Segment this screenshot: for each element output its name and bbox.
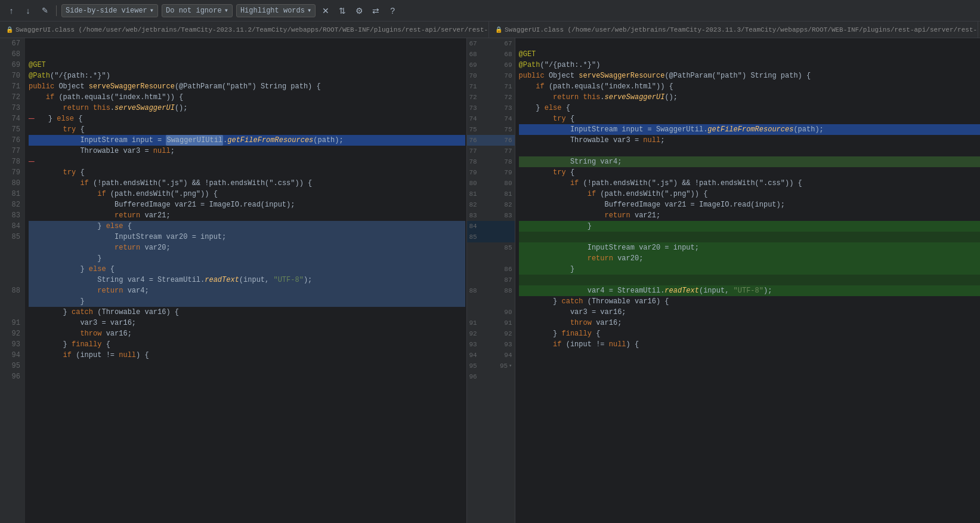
code-line-block-r: InputStream var20 = input; — [519, 242, 981, 253]
highlight-dropdown[interactable]: Highlight words ▾ — [236, 4, 316, 17]
ln: 81 — [0, 189, 20, 199]
ln-pair: 6969 — [467, 60, 515, 70]
code-line: if (!path.endsWith(".js") && !path.endsW… — [519, 178, 981, 189]
ln: 73 — [0, 103, 20, 113]
sync-button[interactable]: ⇅ — [336, 4, 349, 17]
right-file-tab[interactable]: 🔒 SwaggerUI.class (/home/user/web/jetbra… — [489, 21, 978, 38]
ln-pair: 7272 — [467, 92, 515, 103]
code-line-block: } else { — [29, 221, 465, 232]
left-code-area[interactable]: @GET @Path("/{path:.*}") public Object s… — [25, 38, 465, 523]
ln — [0, 307, 20, 318]
ln-pair: 86 — [467, 264, 515, 275]
code-line: return var21; — [519, 210, 981, 221]
code-line-block-r: } — [519, 221, 981, 232]
ln: 75 — [0, 124, 20, 135]
left-pane: 67 68 69 70 71 72 73 74 75 76 77 78 79 8… — [0, 38, 466, 523]
ln: 88 — [0, 285, 20, 296]
code-line: if (path.endsWith(".png")) { — [29, 189, 465, 199]
code-line: — } else { — [29, 113, 465, 124]
ln: 71 — [0, 81, 20, 92]
ln-pair-changed2: 85 — [467, 232, 515, 242]
viewer-dropdown[interactable]: Side-by-side viewer ▾ — [61, 4, 158, 17]
ignore-dropdown[interactable]: Do not ignore ▾ — [162, 4, 233, 17]
ln-pair-changed2: 84 — [467, 221, 515, 232]
code-line: if (path.endsWith(".png")) { — [519, 189, 981, 199]
code-line: if (input != null) { — [29, 350, 465, 361]
ln-pair: 7575 — [467, 124, 515, 135]
ln: 74 — [0, 113, 20, 124]
ln-pair: 8383 — [467, 210, 515, 221]
code-line — [519, 146, 981, 156]
ln-pair: 8181 — [467, 189, 515, 199]
ln-pair: 9191 — [467, 318, 515, 328]
help-button[interactable]: ? — [386, 4, 399, 17]
ln-pair: 8888 — [467, 285, 515, 296]
ln-pair: 7171 — [467, 81, 515, 92]
app-root: ↑ ↓ ✎ Side-by-side viewer ▾ Do not ignor… — [0, 0, 980, 523]
lock-icon-right: 🔒 — [495, 26, 502, 33]
code-line-block-r: var4 = StreamUtil.readText(input, "UTF-8… — [519, 285, 981, 296]
ln-pair: 96 — [467, 371, 515, 382]
code-line — [519, 38, 981, 49]
settings-button[interactable]: ⚙ — [353, 4, 366, 17]
ln-pair: 7070 — [467, 70, 515, 81]
ln-pair: 87 — [467, 275, 515, 285]
code-line-empty-added — [519, 232, 981, 242]
swap-button[interactable]: ⇄ — [369, 4, 382, 17]
ln: 67 — [0, 38, 20, 49]
lock-icon-left: 🔒 — [6, 26, 13, 33]
ln-pair: 7979 — [467, 167, 515, 178]
code-line-block: return var4; — [29, 285, 465, 296]
code-line: BufferedImage var21 = ImageIO.read(input… — [519, 199, 981, 210]
ln — [0, 253, 20, 264]
edit-button[interactable]: ✎ — [38, 4, 51, 17]
ln: 80 — [0, 178, 20, 189]
close-diff-button[interactable]: ✕ — [319, 4, 332, 17]
ln: 92 — [0, 328, 20, 339]
chevron-down-icon-2: ▾ — [224, 6, 228, 15]
code-line: if (!path.endsWith(".js") && !path.endsW… — [29, 178, 465, 189]
ln — [0, 275, 20, 285]
ln: 83 — [0, 210, 20, 221]
code-line-block: return var20; — [29, 242, 465, 253]
toolbar-divider-1 — [56, 5, 57, 16]
code-line: } finally { — [519, 328, 981, 339]
ln-pair — [467, 253, 515, 264]
code-line: } catch (Throwable var16) { — [29, 307, 465, 318]
right-code-area[interactable]: @GET @Path("/{path:.*}") public Object s… — [515, 38, 981, 523]
ln-pair: 9494 — [467, 350, 515, 361]
ln: 69 — [0, 60, 20, 70]
code-line-block: } else { — [29, 264, 465, 275]
code-line-block: String var4 = StreamUtil.readText(input,… — [29, 275, 465, 285]
navigate-up-button[interactable]: ↑ — [5, 4, 18, 17]
left-file-tab[interactable]: 🔒 SwaggerUI.class (/home/user/web/jetbra… — [0, 21, 489, 38]
navigate-down-button[interactable]: ↓ — [21, 4, 35, 17]
ln-pair: 85 — [467, 242, 515, 253]
code-line: @GET — [519, 49, 981, 60]
middle-line-numbers: 6767 6868 6969 7070 7171 7272 7373 7474 … — [466, 38, 515, 523]
right-pane: @GET @Path("/{path:.*}") public Object s… — [515, 38, 981, 523]
ln-pair: 9393 — [467, 339, 515, 350]
code-line-changed-right: InputStream input = SwaggerUtil.getFileF… — [519, 124, 981, 135]
code-line: throw var16; — [519, 318, 981, 328]
ignore-label: Do not ignore — [166, 7, 222, 15]
code-line: return this.serveSwaggerUI(); — [519, 92, 981, 103]
ln-pair-changed: 7676 — [467, 135, 515, 146]
code-line: public Object serveSwaggerResource(@Path… — [29, 81, 465, 92]
ln: 93 — [0, 339, 20, 350]
code-line: throw var16; — [29, 328, 465, 339]
ln — [0, 264, 20, 275]
code-line: Throwable var3 = null; — [29, 146, 465, 156]
code-line: — — [29, 156, 465, 167]
ln — [0, 296, 20, 307]
ln: 70 — [0, 70, 20, 81]
ln-pair: 7777 — [467, 146, 515, 156]
code-line: Throwable var3 = null; — [519, 135, 981, 146]
ln: 96 — [0, 371, 20, 382]
code-line: } else { — [519, 103, 981, 113]
code-line: } finally { — [29, 339, 465, 350]
ln: 79 — [0, 167, 20, 178]
ln-pair: 8282 — [467, 199, 515, 210]
code-line: try { — [29, 124, 465, 135]
chevron-down-icon-3: ▾ — [307, 6, 311, 15]
